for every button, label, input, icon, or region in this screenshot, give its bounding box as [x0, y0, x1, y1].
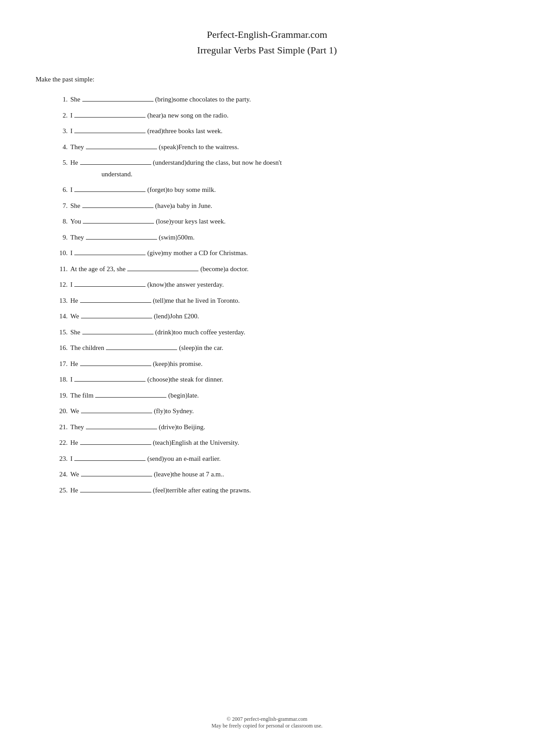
rest-text: French to the waitress. [178, 142, 239, 153]
answer-blank[interactable] [106, 343, 177, 350]
exercise-number: 20. [53, 406, 68, 417]
exercise-number: 10. [53, 248, 68, 259]
answer-blank[interactable] [74, 185, 146, 192]
subject-text: I [70, 184, 73, 196]
rest-text: late. [187, 390, 198, 402]
answer-blank[interactable] [81, 406, 152, 413]
answer-blank[interactable] [82, 94, 154, 102]
sentence-content: She (have) a baby in June. [70, 200, 498, 212]
answer-blank[interactable] [74, 280, 146, 287]
answer-blank[interactable] [95, 390, 166, 398]
sentence-content: He (feel) terrible after eating the praw… [70, 485, 498, 496]
list-item: 24.We (leave) the house at 7 a.m.. [53, 469, 498, 480]
verb-hint: (fly) [154, 406, 166, 417]
rest-text: me that he lived in Toronto. [166, 295, 240, 307]
answer-blank[interactable] [86, 232, 157, 240]
list-item: 9.They (swim) 500m. [53, 232, 498, 244]
rest-text: a baby in June. [172, 200, 212, 212]
verb-hint: (read) [147, 126, 163, 137]
rest-text: his promise. [170, 358, 202, 370]
answer-blank[interactable] [127, 264, 198, 271]
verb-hint: (swim) [159, 232, 178, 244]
verb-hint: (keep) [153, 358, 170, 370]
instruction-text: Make the past simple: [36, 76, 498, 83]
list-item: 19.The film (begin) late. [53, 390, 498, 402]
answer-blank[interactable] [74, 248, 146, 255]
verb-hint: (choose) [147, 374, 170, 386]
verb-hint: (sleep) [179, 342, 197, 354]
verb-hint: (begin) [168, 390, 187, 402]
subject-text: We [70, 469, 79, 480]
subject-text: He [70, 485, 78, 496]
footer-line1: © 2007 perfect-english-grammar.com [0, 716, 534, 723]
answer-blank[interactable] [80, 158, 151, 165]
sentence-content: He (understand) during the class, but no… [70, 157, 498, 180]
answer-blank[interactable] [74, 454, 146, 461]
subject-text: They [70, 142, 84, 153]
verb-hint: (bring) [155, 94, 174, 106]
verb-hint: (tell) [153, 295, 166, 307]
verb-hint: (lose) [156, 216, 171, 228]
answer-blank[interactable] [74, 110, 146, 118]
page-header: Perfect-English-Grammar.com Irregular Ve… [36, 27, 498, 58]
sentence-content: He (teach) English at the University. [70, 437, 498, 449]
sentence-content: She (bring) some chocolates to the party… [70, 94, 498, 106]
verb-hint: (know) [147, 279, 166, 291]
subject-text: She [70, 327, 81, 338]
subject-text: You [70, 216, 81, 228]
rest-text: John £200. [170, 311, 199, 322]
exercise-number: 5. [53, 157, 68, 169]
list-item: 17.He (keep) his promise. [53, 358, 498, 370]
subject-text: I [70, 126, 73, 137]
exercise-number: 22. [53, 437, 68, 449]
rest-text: a new song on the radio. [163, 110, 229, 122]
answer-blank[interactable] [82, 201, 154, 208]
rest-text: too much coffee yesterday. [174, 327, 245, 338]
exercise-number: 21. [53, 422, 68, 433]
verb-hint: (give) [147, 248, 163, 259]
answer-blank[interactable] [80, 359, 151, 366]
exercise-number: 7. [53, 200, 68, 212]
verb-hint: (drink) [155, 327, 174, 338]
subject-text: We [70, 406, 79, 417]
continuation-text: understand. [70, 169, 498, 180]
list-item: 5.He (understand) during the class, but … [53, 157, 498, 180]
answer-blank[interactable] [81, 469, 152, 476]
list-item: 4.They (speak) French to the waitress. [53, 142, 498, 153]
page-title: Perfect-English-Grammar.com Irregular Ve… [36, 27, 498, 58]
answer-blank[interactable] [74, 126, 146, 133]
verb-hint: (leave) [154, 469, 173, 480]
exercise-number: 3. [53, 126, 68, 137]
rest-text: terrible after eating the prawns. [167, 485, 251, 496]
footer: © 2007 perfect-english-grammar.com May b… [0, 716, 534, 729]
answer-blank[interactable] [86, 142, 157, 149]
rest-text: the steak for dinner. [170, 374, 223, 386]
rest-text: in the car. [197, 342, 223, 354]
footer-line2: May be freely copied for personal or cla… [0, 723, 534, 729]
rest-text: during the class, but now he doesn't [186, 157, 282, 169]
rest-text: some chocolates to the party. [174, 94, 251, 106]
verb-hint: (become) [200, 264, 226, 275]
answer-blank[interactable] [80, 296, 151, 303]
sentence-content: He (tell) me that he lived in Toronto. [70, 295, 498, 307]
sentence-content: You (lose) your keys last week. [70, 216, 498, 228]
sentence-content: They (speak) French to the waitress. [70, 142, 498, 153]
answer-blank[interactable] [74, 374, 146, 382]
list-item: 25.He (feel) terrible after eating the p… [53, 485, 498, 496]
subject-text: They [70, 422, 84, 433]
sentence-content: They (swim) 500m. [70, 232, 498, 244]
answer-blank[interactable] [81, 311, 152, 318]
exercise-number: 11. [53, 264, 68, 275]
exercise-number: 13. [53, 295, 68, 307]
answer-blank[interactable] [86, 422, 157, 429]
answer-blank[interactable] [82, 327, 154, 334]
answer-blank[interactable] [80, 438, 151, 445]
list-item: 16.The children (sleep) in the car. [53, 342, 498, 354]
sentence-content: The film (begin) late. [70, 390, 498, 402]
list-item: 18.I (choose) the steak for dinner. [53, 374, 498, 386]
answer-blank[interactable] [83, 216, 154, 224]
list-item: 3.I (read) three books last week. [53, 126, 498, 137]
answer-blank[interactable] [80, 485, 151, 492]
list-item: 11.At the age of 23, she (become) a doct… [53, 264, 498, 275]
exercise-number: 12. [53, 279, 68, 291]
